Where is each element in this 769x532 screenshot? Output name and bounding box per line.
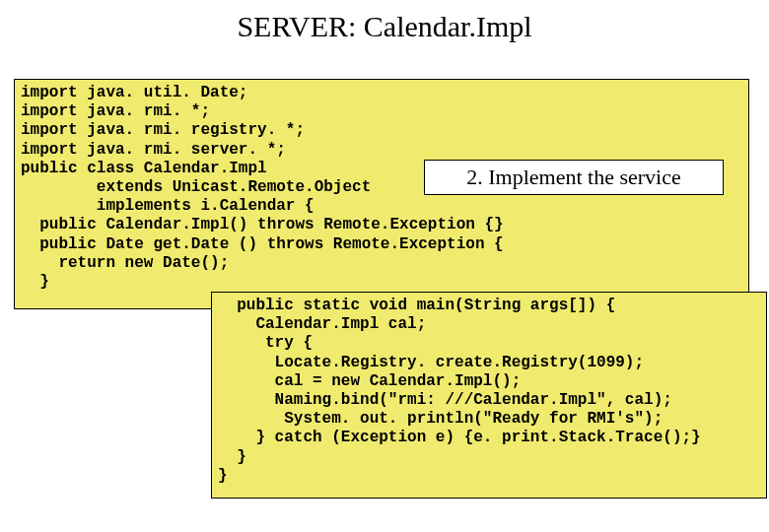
code-block-main: public static void main(String args[]) {… [211,292,767,499]
page-title: SERVER: Calendar.Impl [0,0,769,55]
annotation-callout: 2. Implement the service [424,160,724,195]
